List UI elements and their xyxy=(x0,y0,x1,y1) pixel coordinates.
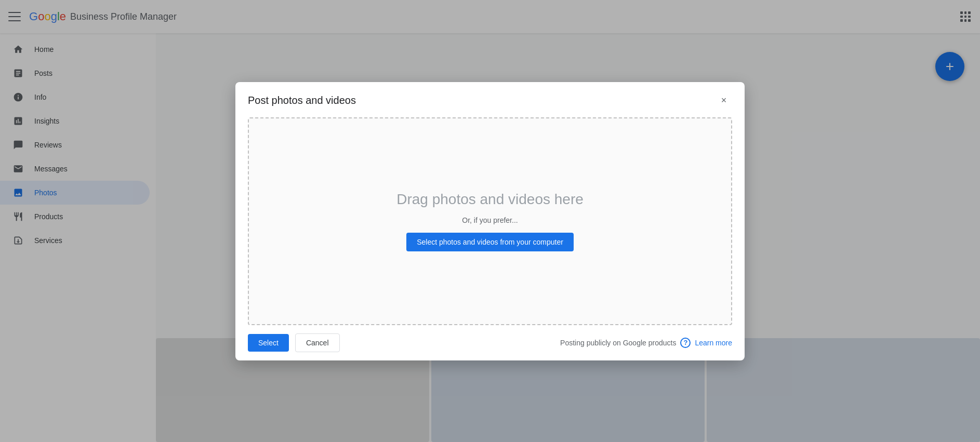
modal-header: Post photos and videos × xyxy=(235,82,745,117)
help-icon[interactable]: ? xyxy=(680,338,691,348)
select-button[interactable]: Select xyxy=(248,334,289,352)
drop-zone-subtitle: Or, if you prefer... xyxy=(462,216,518,224)
modal-title: Post photos and videos xyxy=(248,95,356,106)
posting-info-text: Posting publicly on Google products xyxy=(560,339,676,347)
modal-footer: Select Cancel Posting publicly on Google… xyxy=(235,325,745,360)
footer-info: Posting publicly on Google products ? Le… xyxy=(560,338,732,348)
post-photos-modal: Post photos and videos × Drag photos and… xyxy=(235,82,745,360)
close-icon: × xyxy=(721,95,727,106)
modal-close-button[interactable]: × xyxy=(716,92,732,109)
cancel-button[interactable]: Cancel xyxy=(295,333,340,352)
select-files-button[interactable]: Select photos and videos from your compu… xyxy=(406,233,574,251)
learn-more-link[interactable]: Learn more xyxy=(695,339,732,347)
drop-zone[interactable]: Drag photos and videos here Or, if you p… xyxy=(248,117,732,325)
drop-zone-title: Drag photos and videos here xyxy=(396,191,584,208)
modal-overlay: Post photos and videos × Drag photos and… xyxy=(0,0,980,442)
